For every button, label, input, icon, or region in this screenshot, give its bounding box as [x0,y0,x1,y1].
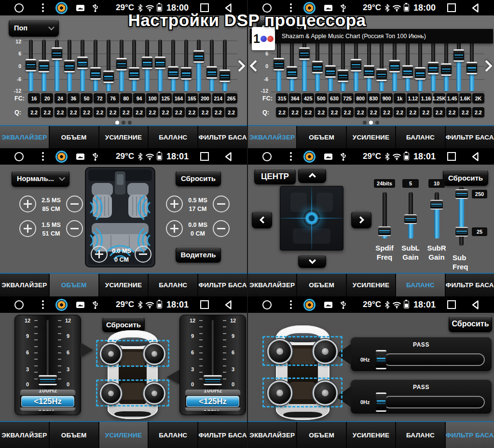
eq-band-slider[interactable] [466,41,478,92]
tab[interactable]: ЭКВАЛАЙЗЕР [248,422,297,448]
eq-band-slider[interactable] [180,41,192,92]
q-value-badge[interactable]: 2.2 [420,107,432,117]
page-dots[interactable] [0,121,247,125]
tab[interactable]: ЭКВАЛАЙЗЕР [0,274,50,296]
balance-up-button[interactable] [298,168,326,183]
tab[interactable]: УСИЛЕНИЕ [347,274,396,296]
fc-value-badge[interactable]: 1.45 [446,93,458,103]
rear-right-delay-plus-button[interactable] [166,220,183,237]
recents-button[interactable] [200,152,209,161]
rear-right-speaker-icon[interactable] [143,382,165,405]
tab[interactable]: УСИЛЕНИЕ [347,422,396,448]
tab[interactable]: ФИЛЬТР БАСА [198,422,247,448]
eq-band-slider[interactable] [440,41,452,92]
menu-dots-icon[interactable] [42,3,44,12]
slider-thumb[interactable] [129,67,139,80]
fc-value-badge[interactable]: 1.16 [420,93,432,103]
menu-dots-icon[interactable] [42,300,44,309]
q-value-badge[interactable]: 2.2 [355,107,367,117]
fc-value-badge[interactable]: 16 [28,93,40,103]
fc-value-badge[interactable]: 1k [394,93,406,103]
sub-freq-slider[interactable]: 250 25 [453,187,489,246]
slider-thumb[interactable] [428,62,439,74]
tab[interactable]: УСИЛЕНИЕ [347,126,396,148]
q-value-badge[interactable]: 2.2 [68,107,80,117]
q-value-badge[interactable]: 2.2 [186,107,198,117]
fc-value-badge[interactable]: 165 [186,93,198,103]
recents-button[interactable] [200,3,209,12]
tab[interactable]: ЭКВАЛАЙЗЕР [0,422,50,448]
eq-band-slider[interactable] [299,41,310,92]
tab[interactable]: УСИЛЕНИЕ [99,422,149,448]
q-value-badge[interactable]: 2.2 [120,107,132,117]
eq-band-slider[interactable] [193,41,205,92]
eq-band-slider[interactable] [414,41,426,92]
fc-value-badge[interactable]: 24 [55,93,67,103]
slider-thumb[interactable] [168,66,178,79]
eq-band-slider[interactable] [154,41,166,92]
tab[interactable]: ОБЪЕМ [50,126,99,148]
q-value-badge[interactable]: 2.2 [81,107,93,117]
picker-selected-option[interactable]: <125Hz [21,396,74,407]
fader-thumb[interactable] [204,375,222,385]
front-right-speaker-icon[interactable] [143,343,165,365]
fc-value-badge[interactable]: 725 [342,93,354,103]
fc-value-badge[interactable]: 900 [381,93,393,103]
eq-band-slider[interactable] [389,41,400,92]
balance-position-dot[interactable] [303,210,320,226]
tab[interactable]: ЭКВАЛАЙЗЕР [0,126,50,148]
eq-band-slider[interactable] [453,41,465,92]
slider-track[interactable] [384,396,485,408]
driver-position-button[interactable]: Водитель [176,247,221,263]
eq-band-slider[interactable] [167,41,179,92]
slider-thumb[interactable] [415,67,425,80]
eq-band-slider[interactable] [337,41,349,92]
fc-value-badge[interactable]: 830 [368,93,380,103]
eq-band-slider[interactable] [219,41,231,92]
eq-band-slider[interactable] [51,41,63,92]
tab[interactable]: БАЛАНС [396,422,445,448]
tab[interactable]: ОБЪЕМ [50,422,99,448]
rear-left-delay-plus-button[interactable] [19,220,36,237]
subwoofer-delay-plus-button[interactable] [91,246,108,263]
slider-thumb[interactable] [220,70,230,82]
eq-band-slider[interactable] [286,41,298,92]
balance-left-button[interactable] [252,211,272,228]
fc-value-badge[interactable]: 164 [173,93,185,103]
fc-value-badge[interactable]: 80 [120,93,132,103]
q-value-badge[interactable]: 2.2 [107,107,119,117]
tab[interactable]: ФИЛЬТР БАСА [198,126,247,148]
slider-thumb[interactable] [376,392,386,412]
eq-band-slider[interactable] [64,41,75,92]
home-circle-button[interactable] [262,152,272,161]
slider-track[interactable] [383,192,387,238]
q-value-badge[interactable]: 2.2 [342,107,354,117]
slider-thumb[interactable] [430,200,443,210]
q-value-badge[interactable]: 2.2 [289,107,301,117]
slider-thumb[interactable] [389,60,400,72]
eq-band-slider[interactable] [103,41,114,92]
app-logo-icon[interactable] [303,151,316,163]
slider-thumb[interactable] [467,62,477,74]
menu-dots-icon[interactable] [290,152,292,161]
eq-band-slider[interactable] [325,41,336,92]
gallery-icon[interactable] [324,154,332,160]
tab[interactable]: УСИЛЕНИЕ [99,274,149,296]
eq-band-slider[interactable] [206,41,218,92]
rear-right-speaker-icon[interactable] [313,380,338,406]
q-value-badge[interactable]: 2.2 [199,107,211,117]
q-value-badge[interactable]: 2.2 [407,107,419,117]
app-logo-icon[interactable] [55,2,68,14]
tab[interactable]: ЭКВАЛАЙЗЕР [248,274,297,296]
q-value-badge[interactable]: 2.2 [133,107,145,117]
home-circle-button[interactable] [262,300,272,309]
fc-value-badge[interactable]: 800 [355,93,367,103]
front-right-delay-minus-button[interactable] [213,196,230,212]
delay-preset-dropdown[interactable]: Нормаль... [12,170,69,187]
slider-track[interactable] [409,192,413,238]
slider-thumb[interactable] [338,70,348,82]
slider-thumb[interactable] [26,59,36,71]
gallery-icon[interactable] [76,154,84,160]
tab[interactable]: ОБЪЕМ [297,274,346,296]
crossover-freq-picker[interactable]: 100Hz <125Hz 160Hz [185,389,241,411]
